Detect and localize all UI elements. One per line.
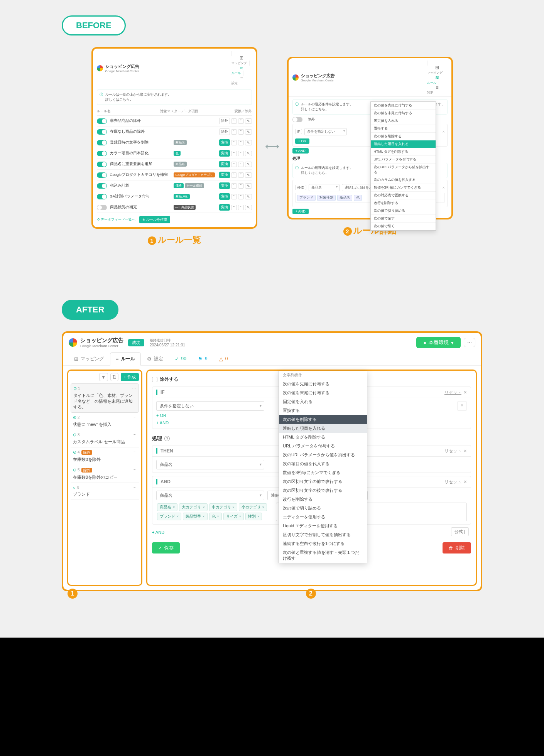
exclude-checkbox[interactable] (152, 377, 157, 382)
table-row[interactable]: GA計測パラメータ付与商品URL変換˄˅✎ (97, 191, 252, 202)
up-icon[interactable]: ˄ (231, 140, 237, 145)
toggle[interactable] (97, 172, 107, 178)
tag[interactable]: 商品名 (337, 195, 352, 201)
remove-tag-icon[interactable]: × (173, 505, 175, 509)
sort-icon[interactable]: ⇅ (110, 373, 118, 381)
remove-tag-icon[interactable]: × (262, 505, 264, 509)
down-icon[interactable]: ˅ (238, 140, 244, 145)
menu-item[interactable]: 次の値を末尾に付与する (279, 388, 367, 397)
menu-item[interactable]: 連結した項目を入れる (279, 424, 367, 433)
edit-icon[interactable]: ✎ (245, 140, 252, 145)
tag[interactable]: 色 (354, 195, 362, 201)
menu-item[interactable]: 次の値と重複する値を消す・先頭１つだけ残す (279, 548, 367, 563)
menu-item[interactable]: 次のURLパラメータから値を抽出する (371, 164, 436, 176)
down-icon[interactable]: ˅ (238, 172, 244, 178)
table-row[interactable]: Googleプロダクトカテゴリを補完Googleプロダクトカテゴリ変換˄˅✎ (97, 170, 252, 181)
tab[interactable]: ⊞マッピング (69, 352, 109, 365)
tag[interactable]: 色 × (209, 513, 222, 520)
or-button[interactable]: + OR (295, 138, 309, 144)
delete-button[interactable]: 🗑 削除 (443, 542, 471, 554)
tag[interactable]: 中カテゴリ × (209, 503, 237, 511)
table-row[interactable]: 登録日時の文字を削除商品名変換˄˅✎ (97, 137, 252, 148)
edit-icon[interactable]: ✎ (245, 183, 252, 189)
toggle[interactable] (97, 183, 107, 189)
reset-link[interactable]: リセット (444, 448, 461, 454)
tab[interactable]: ⚑9 (193, 352, 213, 365)
create-rule-button[interactable]: ⊕ ルールを作成 (139, 216, 170, 223)
tag[interactable]: 大カテゴリ × (179, 503, 207, 511)
menu-item[interactable]: 次の値で足す (371, 215, 436, 223)
close-icon[interactable]: × (464, 389, 467, 395)
menu-item[interactable]: 改行を削除する (371, 199, 436, 207)
menu-item[interactable]: 置換する (371, 125, 436, 133)
close-icon[interactable]: × (443, 186, 445, 190)
and-field-select[interactable]: 商品名 (156, 491, 264, 500)
down-icon[interactable]: ˅ (238, 205, 244, 210)
sidebar-item[interactable]: ⊙1⋯タイトルに「色、素材、ブランド名など」の情報を末尾に追加する。 (71, 383, 139, 413)
up-icon[interactable]: ˄ (231, 205, 237, 210)
menu-item[interactable]: 固定値を入れる (279, 397, 367, 406)
down-icon[interactable]: ˅ (238, 194, 244, 199)
add-and-button[interactable]: + AND (156, 420, 169, 425)
environment-button[interactable]: ● 本番環境 ▾ (416, 337, 461, 348)
close-icon[interactable]: × (464, 479, 467, 485)
more-icon[interactable]: ⋯ (132, 432, 137, 437)
menu-item[interactable]: 連結した項目を入れる (371, 140, 436, 148)
create-button[interactable]: + 作成 (121, 373, 139, 381)
down-icon[interactable]: ˅ (238, 151, 244, 156)
up-icon[interactable]: ˄ (231, 129, 237, 135)
reset-link[interactable]: リセット (444, 479, 461, 485)
menu-item[interactable]: 次の項目の値を代入する (279, 459, 367, 468)
and-button[interactable]: + AND (292, 148, 309, 154)
tag[interactable]: ブランド × (157, 513, 181, 520)
and-button[interactable]: + AND (292, 209, 309, 214)
reset-link[interactable]: リセット (444, 390, 461, 395)
header-tab[interactable]: ⊞マッピング (427, 61, 448, 75)
field-select[interactable]: 商品名 (309, 184, 340, 191)
menu-item[interactable]: URL パラメータを付与する (371, 156, 436, 164)
table-row[interactable]: 商品状態の補完ext_商品状態変換˄˅✎ (97, 202, 252, 213)
sidebar-item[interactable]: ⊙3⋯カスタムラベル セール商品 (71, 430, 139, 447)
menu-item[interactable]: 置換する (279, 406, 367, 415)
tag[interactable]: 性別 × (245, 513, 262, 520)
toggle[interactable] (97, 129, 107, 135)
down-icon[interactable]: ˅ (238, 118, 244, 124)
menu-item[interactable]: 次の対応表で置換する (371, 192, 436, 199)
header-tab[interactable]: ⊞マッピング (231, 51, 252, 66)
menu-item[interactable]: 次の値を削除する (279, 415, 367, 424)
toggle[interactable] (97, 205, 107, 210)
toggle[interactable] (97, 162, 107, 167)
more-icon[interactable]: ⋯ (132, 450, 137, 455)
remove-tag-icon[interactable]: × (217, 515, 219, 518)
edit-icon[interactable]: ✎ (245, 151, 252, 156)
up-icon[interactable]: ˄ (231, 172, 237, 178)
tag[interactable]: ブランド (297, 195, 316, 201)
tab[interactable]: ≡ルール (110, 352, 141, 366)
action-dropdown-menu[interactable]: 次の値を先頭に付与する次の値を末尾に付与する固定値を入れる置換する次の値を削除す… (370, 101, 436, 231)
sidebar-item[interactable]: ⊙4除外⋯在庫数0を除外 (71, 447, 139, 465)
menu-item[interactable]: 次の値で引く (371, 223, 436, 230)
tab[interactable]: ⚙設定 (142, 352, 169, 365)
menu-item[interactable]: 数値を3桁毎にカンマでくぎる (279, 468, 367, 477)
up-icon[interactable]: ˄ (231, 118, 237, 124)
table-row[interactable]: 在庫なし商品の除外除外˄˅✎ (97, 127, 252, 137)
remove-tag-icon[interactable]: × (239, 515, 241, 518)
up-icon[interactable]: ˄ (231, 151, 237, 156)
more-icon[interactable]: ⋯ (132, 467, 137, 472)
tab[interactable]: ✓90 (169, 352, 192, 365)
menu-item[interactable]: 次の区切り文字の後で改行する (279, 486, 367, 495)
menu-item[interactable]: 固定値を入れる (371, 117, 436, 125)
add-or-button[interactable]: + OR (156, 413, 166, 418)
up-icon[interactable]: ˄ (231, 183, 237, 189)
edit-icon[interactable]: ✎ (245, 129, 252, 135)
toggle[interactable] (97, 194, 107, 199)
edit-icon[interactable]: ✎ (245, 162, 252, 167)
menu-item[interactable]: 次の値で切り詰める (279, 504, 367, 513)
table-row[interactable]: 商品名に重要要素を追加商品名変換˄˅✎ (97, 159, 252, 170)
up-icon[interactable]: ˄ (231, 162, 237, 167)
more-icon[interactable]: ⋯ (132, 386, 136, 391)
menu-item[interactable]: 次の値を先頭に付与する (371, 102, 436, 110)
more-icon[interactable]: ⋯ (132, 485, 137, 490)
more-icon[interactable]: ⋯ (132, 415, 137, 420)
edit-icon[interactable]: ✎ (245, 194, 252, 199)
